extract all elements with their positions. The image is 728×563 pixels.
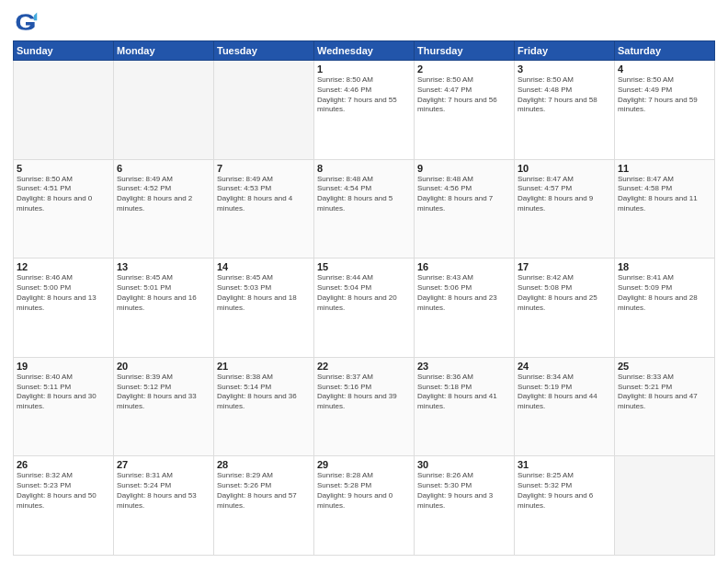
calendar-cell: 7Sunrise: 8:49 AMSunset: 4:53 PMDaylight… [214, 159, 314, 259]
day-info: Sunrise: 8:46 AMSunset: 5:00 PMDaylight:… [17, 273, 110, 313]
day-number: 6 [117, 163, 210, 174]
calendar-cell: 13Sunrise: 8:45 AMSunset: 5:01 PMDayligh… [114, 259, 214, 358]
day-number: 20 [117, 361, 210, 372]
calendar-cell [114, 61, 214, 160]
day-header-thursday: Thursday [415, 41, 515, 61]
calendar-cell: 8Sunrise: 8:48 AMSunset: 4:54 PMDaylight… [314, 159, 415, 259]
calendar-cell: 25Sunrise: 8:33 AMSunset: 5:21 PMDayligh… [615, 357, 715, 456]
day-number: 18 [618, 261, 711, 272]
day-number: 25 [618, 361, 711, 372]
calendar-cell: 18Sunrise: 8:41 AMSunset: 5:09 PMDayligh… [615, 259, 715, 358]
calendar-cell: 11Sunrise: 8:47 AMSunset: 4:58 PMDayligh… [615, 159, 715, 259]
day-info: Sunrise: 8:45 AMSunset: 5:01 PMDaylight:… [117, 273, 210, 313]
day-number: 29 [317, 459, 411, 470]
day-info: Sunrise: 8:31 AMSunset: 5:24 PMDaylight:… [117, 471, 210, 511]
day-number: 12 [17, 261, 110, 272]
day-number: 19 [17, 361, 110, 372]
day-number: 28 [217, 459, 311, 470]
day-info: Sunrise: 8:49 AMSunset: 4:53 PMDaylight:… [217, 175, 311, 214]
day-number: 22 [317, 361, 411, 372]
calendar-cell: 29Sunrise: 8:28 AMSunset: 5:28 PMDayligh… [314, 456, 415, 556]
day-number: 17 [518, 261, 611, 272]
day-info: Sunrise: 8:36 AMSunset: 5:18 PMDaylight:… [417, 373, 511, 412]
day-number: 16 [417, 261, 511, 272]
day-number: 8 [317, 163, 411, 174]
day-number: 10 [518, 163, 611, 174]
calendar-week-5: 26Sunrise: 8:32 AMSunset: 5:23 PMDayligh… [14, 456, 715, 556]
calendar-week-1: 1Sunrise: 8:50 AMSunset: 4:46 PMDaylight… [14, 61, 715, 160]
calendar-cell [214, 61, 314, 160]
calendar-cell: 19Sunrise: 8:40 AMSunset: 5:11 PMDayligh… [14, 357, 114, 456]
calendar-cell: 22Sunrise: 8:37 AMSunset: 5:16 PMDayligh… [314, 357, 415, 456]
day-info: Sunrise: 8:29 AMSunset: 5:26 PMDaylight:… [217, 471, 311, 511]
day-info: Sunrise: 8:48 AMSunset: 4:56 PMDaylight:… [417, 175, 511, 214]
day-number: 26 [17, 459, 110, 470]
calendar-cell: 2Sunrise: 8:50 AMSunset: 4:47 PMDaylight… [415, 61, 515, 160]
day-number: 24 [518, 361, 611, 372]
calendar-cell [14, 61, 114, 160]
day-header-saturday: Saturday [615, 41, 715, 61]
day-number: 3 [518, 63, 611, 75]
day-number: 31 [518, 459, 611, 470]
day-info: Sunrise: 8:50 AMSunset: 4:49 PMDaylight:… [618, 75, 711, 115]
calendar-cell: 24Sunrise: 8:34 AMSunset: 5:19 PMDayligh… [515, 357, 615, 456]
calendar-cell: 12Sunrise: 8:46 AMSunset: 5:00 PMDayligh… [14, 259, 114, 358]
calendar-table: SundayMondayTuesdayWednesdayThursdayFrid… [13, 40, 715, 556]
calendar-header-row: SundayMondayTuesdayWednesdayThursdayFrid… [14, 41, 715, 61]
day-info: Sunrise: 8:49 AMSunset: 4:52 PMDaylight:… [117, 175, 210, 214]
day-info: Sunrise: 8:33 AMSunset: 5:21 PMDaylight:… [618, 373, 711, 412]
day-header-sunday: Sunday [14, 41, 114, 61]
day-number: 30 [417, 459, 511, 470]
calendar-cell: 23Sunrise: 8:36 AMSunset: 5:18 PMDayligh… [415, 357, 515, 456]
day-number: 5 [17, 163, 110, 174]
calendar-cell: 20Sunrise: 8:39 AMSunset: 5:12 PMDayligh… [114, 357, 214, 456]
logo [13, 9, 42, 35]
day-header-wednesday: Wednesday [314, 41, 415, 61]
day-info: Sunrise: 8:50 AMSunset: 4:51 PMDaylight:… [17, 175, 110, 214]
calendar-cell: 10Sunrise: 8:47 AMSunset: 4:57 PMDayligh… [515, 159, 615, 259]
day-info: Sunrise: 8:50 AMSunset: 4:48 PMDaylight:… [518, 75, 611, 115]
day-info: Sunrise: 8:39 AMSunset: 5:12 PMDaylight:… [117, 373, 210, 412]
calendar-week-3: 12Sunrise: 8:46 AMSunset: 5:00 PMDayligh… [14, 259, 715, 358]
calendar-cell: 30Sunrise: 8:26 AMSunset: 5:30 PMDayligh… [415, 456, 515, 556]
calendar-cell: 3Sunrise: 8:50 AMSunset: 4:48 PMDaylight… [515, 61, 615, 160]
day-info: Sunrise: 8:45 AMSunset: 5:03 PMDaylight:… [217, 273, 311, 313]
day-info: Sunrise: 8:34 AMSunset: 5:19 PMDaylight:… [518, 373, 611, 412]
day-number: 23 [417, 361, 511, 372]
day-number: 9 [417, 163, 511, 174]
day-info: Sunrise: 8:48 AMSunset: 4:54 PMDaylight:… [317, 175, 411, 214]
calendar-cell: 21Sunrise: 8:38 AMSunset: 5:14 PMDayligh… [214, 357, 314, 456]
calendar-week-4: 19Sunrise: 8:40 AMSunset: 5:11 PMDayligh… [14, 357, 715, 456]
day-number: 21 [217, 361, 311, 372]
calendar-cell: 26Sunrise: 8:32 AMSunset: 5:23 PMDayligh… [14, 456, 114, 556]
calendar-cell: 5Sunrise: 8:50 AMSunset: 4:51 PMDaylight… [14, 159, 114, 259]
day-info: Sunrise: 8:44 AMSunset: 5:04 PMDaylight:… [317, 273, 411, 313]
day-number: 1 [317, 63, 411, 75]
calendar-cell: 17Sunrise: 8:42 AMSunset: 5:08 PMDayligh… [515, 259, 615, 358]
day-info: Sunrise: 8:28 AMSunset: 5:28 PMDaylight:… [317, 471, 411, 511]
calendar-cell: 15Sunrise: 8:44 AMSunset: 5:04 PMDayligh… [314, 259, 415, 358]
day-info: Sunrise: 8:26 AMSunset: 5:30 PMDaylight:… [417, 471, 511, 511]
day-number: 4 [618, 63, 711, 75]
day-info: Sunrise: 8:50 AMSunset: 4:47 PMDaylight:… [417, 75, 511, 115]
day-header-friday: Friday [515, 41, 615, 61]
day-number: 2 [417, 63, 511, 75]
day-number: 13 [117, 261, 210, 272]
calendar-cell: 14Sunrise: 8:45 AMSunset: 5:03 PMDayligh… [214, 259, 314, 358]
calendar-cell: 28Sunrise: 8:29 AMSunset: 5:26 PMDayligh… [214, 456, 314, 556]
day-info: Sunrise: 8:42 AMSunset: 5:08 PMDaylight:… [518, 273, 611, 313]
day-header-monday: Monday [114, 41, 214, 61]
day-info: Sunrise: 8:40 AMSunset: 5:11 PMDaylight:… [17, 373, 110, 412]
calendar-cell: 9Sunrise: 8:48 AMSunset: 4:56 PMDaylight… [415, 159, 515, 259]
day-info: Sunrise: 8:50 AMSunset: 4:46 PMDaylight:… [317, 75, 411, 115]
day-info: Sunrise: 8:47 AMSunset: 4:58 PMDaylight:… [618, 175, 711, 214]
day-number: 14 [217, 261, 311, 272]
calendar-cell [615, 456, 715, 556]
day-info: Sunrise: 8:47 AMSunset: 4:57 PMDaylight:… [518, 175, 611, 214]
day-number: 11 [618, 163, 711, 174]
calendar-cell: 16Sunrise: 8:43 AMSunset: 5:06 PMDayligh… [415, 259, 515, 358]
day-header-tuesday: Tuesday [214, 41, 314, 61]
day-info: Sunrise: 8:37 AMSunset: 5:16 PMDaylight:… [317, 373, 411, 412]
calendar-cell: 1Sunrise: 8:50 AMSunset: 4:46 PMDaylight… [314, 61, 415, 160]
header [13, 9, 715, 35]
